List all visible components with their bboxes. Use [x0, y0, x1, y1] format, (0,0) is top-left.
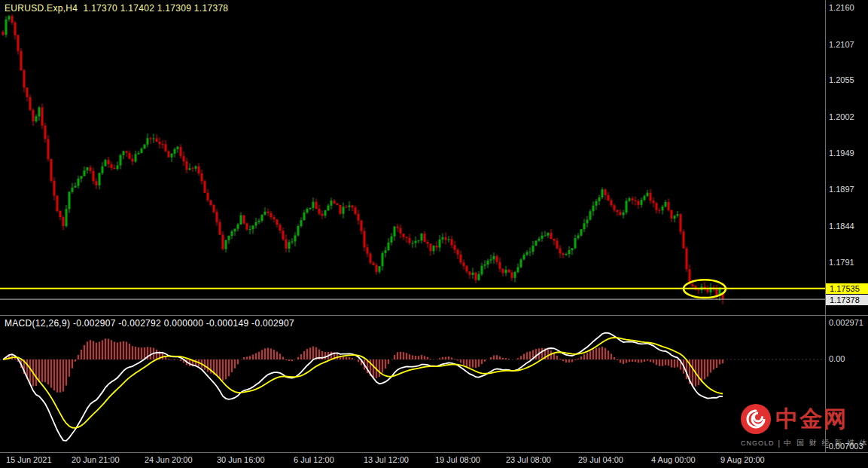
- time-axis-label: 24 Jun 20:00: [145, 455, 193, 464]
- cngold-latin-text: CNGOLD: [741, 439, 775, 447]
- price-axis-label: 1.2107: [829, 40, 854, 49]
- time-axis-label: 13 Jul 12:00: [364, 455, 409, 464]
- cngold-brand-text: 中金网: [775, 408, 848, 430]
- time-axis-label: 19 Jul 08:00: [435, 455, 480, 464]
- price-axis-label: 1.1791: [829, 258, 854, 267]
- macd-axis-max-label: 0.002971: [829, 318, 863, 327]
- bid-price-tag: 1.17378: [826, 295, 868, 305]
- chart-canvas[interactable]: [0, 0, 868, 468]
- price-axis-label: 1.2160: [829, 3, 854, 12]
- time-axis-label: 30 Jun 16:00: [217, 455, 265, 464]
- watermark-divider: |: [778, 439, 781, 448]
- time-axis-label: 4 Aug 00:00: [651, 455, 696, 464]
- hline-price-tag[interactable]: 1.17535: [826, 283, 868, 294]
- price-axis-label: 1.1844: [829, 222, 854, 231]
- macd-indicator-readout: MACD(12,26,9) -0.002907 -0.002792 0.0000…: [5, 318, 294, 329]
- price-axis-label: 1.2002: [829, 112, 854, 121]
- mt4-chart-window: EURUSD.Exp,H4 1.17370 1.17402 1.17309 1.…: [0, 0, 868, 468]
- price-axis-label: 1.1949: [829, 148, 854, 158]
- symbol-ohlc-readout: EURUSD.Exp,H4 1.17370 1.17402 1.17309 1.…: [5, 3, 228, 14]
- price-axis-label: 1.2055: [829, 75, 854, 84]
- price-axis-label: 1.1897: [829, 185, 854, 194]
- time-axis-label: 23 Jul 08:00: [506, 455, 551, 464]
- macd-axis-min-label: -0.007003: [826, 442, 863, 451]
- time-axis-label: 20 Jun 21:00: [72, 455, 120, 464]
- cngold-logo-icon: [741, 404, 771, 434]
- time-axis-label: 6 Jul 12:00: [294, 455, 334, 464]
- time-axis-label: 9 Aug 20:00: [720, 455, 765, 464]
- macd-axis-zero-label: 0.00: [829, 354, 845, 363]
- time-axis-label: 15 Jun 2021: [6, 455, 52, 464]
- time-axis-label: 29 Jul 04:00: [578, 455, 623, 464]
